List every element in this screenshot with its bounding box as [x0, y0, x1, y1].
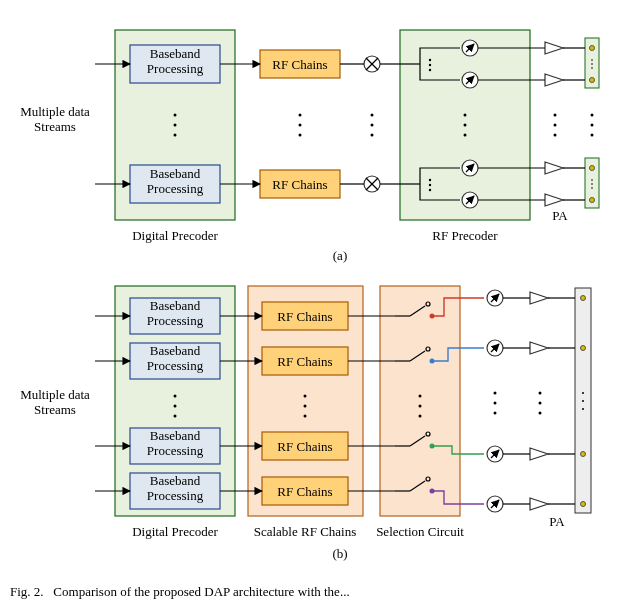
subfigure-b-label: (b) — [332, 546, 347, 561]
selection-circuit-label: Selection Circuit — [376, 524, 464, 539]
svg-point-66 — [174, 395, 177, 398]
svg-point-38 — [591, 59, 593, 61]
svg-point-14 — [371, 134, 374, 137]
svg-point-20 — [429, 64, 431, 66]
svg-point-104 — [539, 412, 542, 415]
antenna-array-icon — [575, 288, 591, 513]
svg-point-31 — [464, 134, 467, 137]
diagram-b: Multiple dataStreams BasebandProcessing … — [0, 268, 640, 578]
svg-point-44 — [591, 179, 593, 181]
svg-point-0 — [174, 114, 177, 117]
svg-point-70 — [304, 405, 307, 408]
phase-shifter-icon — [487, 290, 503, 306]
svg-point-90 — [419, 415, 422, 418]
power-amplifier-icon — [530, 342, 548, 354]
input-streams-label: Multiple dataStreams — [10, 388, 100, 418]
phase-shifter-icon — [487, 340, 503, 356]
svg-point-89 — [419, 405, 422, 408]
svg-point-19 — [429, 59, 431, 61]
svg-point-40 — [591, 67, 593, 69]
subfigure-a-label: (a) — [333, 248, 347, 263]
svg-point-4 — [299, 124, 302, 127]
svg-point-29 — [464, 114, 467, 117]
svg-point-112 — [582, 408, 584, 410]
svg-point-107 — [581, 346, 586, 351]
svg-point-26 — [429, 179, 431, 181]
phase-shifter-icon — [487, 446, 503, 462]
svg-point-37 — [590, 78, 595, 83]
svg-point-46 — [591, 187, 593, 189]
svg-point-100 — [494, 402, 497, 405]
pa-label: PA — [552, 208, 568, 223]
phase-shifter-icon — [462, 40, 478, 56]
svg-point-103 — [539, 402, 542, 405]
svg-point-34 — [554, 134, 557, 137]
svg-point-33 — [554, 124, 557, 127]
rf-chain-label: RF Chains — [272, 177, 327, 192]
svg-point-106 — [581, 296, 586, 301]
svg-point-49 — [591, 134, 594, 137]
svg-point-99 — [494, 392, 497, 395]
power-amplifier-icon — [545, 42, 563, 54]
baseband-processing-label: BasebandProcessing — [130, 429, 220, 459]
rf-precoder-label: RF Precoder — [432, 228, 498, 243]
svg-point-71 — [304, 415, 307, 418]
phase-shifter-icon — [462, 72, 478, 88]
svg-point-21 — [429, 69, 431, 71]
pa-label: PA — [549, 514, 565, 529]
svg-point-69 — [304, 395, 307, 398]
phase-shifter-icon — [487, 496, 503, 512]
svg-point-39 — [591, 63, 593, 65]
caption-prefix: Fig. 2. — [10, 584, 44, 599]
baseband-processing-label: BasebandProcessing — [130, 299, 220, 329]
svg-point-12 — [371, 114, 374, 117]
power-amplifier-icon — [530, 292, 548, 304]
svg-point-111 — [582, 400, 584, 402]
rf-chain-label: RF Chains — [277, 484, 332, 499]
caption-body: Comparison of the proposed DAP architect… — [53, 584, 349, 599]
svg-point-5 — [299, 134, 302, 137]
mixer-icon — [364, 56, 380, 72]
mixer-icon — [364, 176, 380, 192]
selection-circuit-block — [380, 286, 460, 516]
rf-chain-label: RF Chains — [277, 309, 332, 324]
phase-shifter-icon — [462, 160, 478, 176]
baseband-processing-label: BasebandProcessing — [130, 167, 220, 197]
antenna-array-icon — [585, 38, 599, 88]
svg-point-101 — [494, 412, 497, 415]
svg-point-110 — [582, 392, 584, 394]
figure-caption: Fig. 2. Comparison of the proposed DAP a… — [0, 578, 640, 602]
svg-point-36 — [590, 46, 595, 51]
svg-point-102 — [539, 392, 542, 395]
power-amplifier-icon — [545, 74, 563, 86]
svg-point-108 — [581, 452, 586, 457]
rf-chain-label: RF Chains — [277, 354, 332, 369]
svg-point-45 — [591, 183, 593, 185]
svg-point-3 — [299, 114, 302, 117]
power-amplifier-icon — [545, 194, 563, 206]
svg-point-67 — [174, 405, 177, 408]
svg-point-47 — [591, 114, 594, 117]
rf-chain-label: RF Chains — [277, 439, 332, 454]
svg-point-68 — [174, 415, 177, 418]
svg-point-28 — [429, 189, 431, 191]
rf-chain-label: RF Chains — [272, 57, 327, 72]
svg-point-27 — [429, 184, 431, 186]
phase-shifter-icon — [462, 192, 478, 208]
digital-precoder-label: Digital Precoder — [132, 524, 218, 539]
power-amplifier-icon — [530, 448, 548, 460]
svg-point-1 — [174, 124, 177, 127]
power-amplifier-icon — [545, 162, 563, 174]
baseband-processing-label: BasebandProcessing — [130, 47, 220, 77]
svg-point-48 — [591, 124, 594, 127]
baseband-processing-label: BasebandProcessing — [130, 474, 220, 504]
svg-point-32 — [554, 114, 557, 117]
svg-point-88 — [419, 395, 422, 398]
baseband-processing-label: BasebandProcessing — [130, 344, 220, 374]
scalable-rf-chains-label: Scalable RF Chains — [254, 524, 357, 539]
svg-point-42 — [590, 166, 595, 171]
svg-point-2 — [174, 134, 177, 137]
svg-point-30 — [464, 124, 467, 127]
digital-precoder-label: Digital Precoder — [132, 228, 218, 243]
input-streams-label: Multiple dataStreams — [10, 105, 100, 135]
